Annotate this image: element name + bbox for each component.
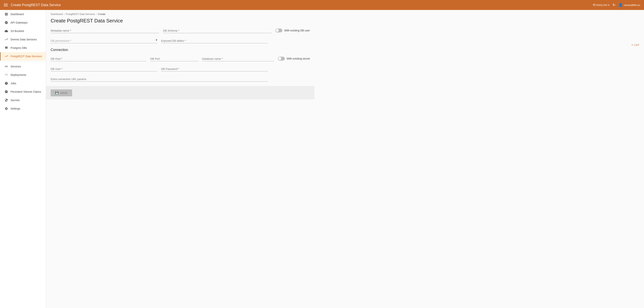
sidebar-label-pvc: Persistent Volume Claims [10,90,41,93]
breadcrumb-sep-2: / [96,13,97,15]
deployments-icon [4,73,8,77]
sidebar-label-dremio: Dremio Data Services [10,38,37,41]
form-container: With existing DB user DB permissions * ▾… [46,28,314,308]
list-button[interactable]: ≡ LIST [632,43,640,46]
existing-secret-toggle-group: With existing secret [278,57,310,61]
existing-secret-label: With existing secret [287,57,310,60]
database-name-field [202,56,274,61]
db-permissions-wrapper: DB permissions * ▾ [51,38,157,43]
form-row-1: With existing DB user [51,28,310,33]
db-password-input[interactable] [161,66,268,71]
content-header-wrapper: Dashboard / PostgREST Data Services / Cr… [46,10,644,28]
db-password-field [161,66,268,71]
db-host-input[interactable] [51,56,146,61]
svg-rect-3 [6,14,8,15]
db-port-field [150,56,198,61]
sidebar-item-dashboard[interactable]: Dashboard [0,10,46,18]
connection-heading: Connection [51,48,310,52]
existing-db-user-toggle[interactable] [276,28,282,32]
header-right: ⟲ ENGLISH ▾ ↻ 👤 raman@fbk.eu [592,3,640,7]
db-permissions-select[interactable]: DB permissions * [51,38,157,43]
content-area: Dashboard / PostgREST Data Services / Cr… [46,10,644,308]
sidebar-label-postgres-dbs: Postgres DBs [10,46,27,49]
sidebar-label-jobs: Jobs [10,82,16,85]
settings-icon [4,107,8,111]
sidebar-item-pvc[interactable]: Persistent Volume Claims [0,88,46,96]
sidebar-item-services[interactable]: Services [0,62,46,71]
page-title: Create PostgREST Data Service [46,15,644,28]
save-icon: 💾 [55,91,59,94]
svg-rect-0 [5,13,6,14]
breadcrumb-dashboard[interactable]: Dashboard [51,13,63,15]
list-button-label: LIST [634,43,640,46]
sidebar-item-postgres-dbs[interactable]: Postgres DBs [0,44,46,52]
sidebar-item-s3-buckets[interactable]: S3 Buckets [0,27,46,35]
breadcrumb-postgrest[interactable]: PostgREST Data Services [66,13,95,15]
sidebar-label-services: Services [10,65,21,68]
postgres-icon [4,46,8,50]
extra-connection-url-field [51,76,268,82]
header-title: Create PostgREST Data Service [11,3,61,7]
sidebar-item-secrets[interactable]: Secrets [0,96,46,104]
sidebar-label-api-gateways: API Gateways [10,21,28,24]
existing-secret-toggle[interactable] [278,57,285,61]
language-label: ENGLISH [596,4,607,6]
form-row-3: With existing secret [51,56,310,61]
app-header: Create PostgREST Data Service ⟲ ENGLISH … [0,0,644,10]
db-schema-input[interactable] [163,28,272,33]
db-port-input[interactable] [150,56,198,61]
extra-connection-url-input[interactable] [51,76,268,82]
form-row-5 [51,76,310,82]
sidebar-item-postgrest-data-services[interactable]: PostgREST Data Services [0,52,46,61]
account-icon: 👤 [618,3,623,7]
exposed-db-tables-field [161,38,268,43]
db-user-field [51,66,157,71]
db-host-field [51,56,146,61]
form-row-4 [51,66,310,71]
save-button-label: SAVE [60,91,68,94]
sidebar-item-api-gateways[interactable]: API Gateways [0,18,46,27]
user-menu[interactable]: 👤 raman@fbk.eu [618,3,640,7]
sidebar-label-secrets: Secrets [10,99,20,102]
breadcrumb-sep-1: / [64,13,65,15]
pvc-icon [4,90,8,94]
translate-icon: ⟲ [592,3,596,7]
list-icon: ≡ [632,43,633,46]
refresh-icon[interactable]: ↻ [612,3,616,7]
exposed-db-tables-input[interactable] [161,38,268,43]
services-icon [4,65,8,68]
form-row-2: DB permissions * ▾ .form-field .select-w… [51,38,310,43]
save-section: 💾 SAVE [46,86,314,99]
dremio-icon [4,37,8,41]
sidebar-label-s3-buckets: S3 Buckets [10,29,24,32]
main-layout: Dashboard API Gateways S3 Buckets Dremio… [0,10,644,308]
save-button[interactable]: 💾 SAVE [51,89,72,96]
sidebar-label-dashboard: Dashboard [10,13,24,16]
bucket-icon [4,29,8,33]
sidebar-item-deployments[interactable]: Deployments [0,71,46,79]
sidebar-label-settings: Settings [10,107,20,110]
sidebar-item-jobs[interactable]: Jobs [0,79,46,88]
db-user-input[interactable] [51,66,157,71]
jobs-icon [4,81,8,85]
secrets-icon [4,98,8,102]
hamburger-icon[interactable] [4,4,8,6]
sidebar-item-dremio[interactable]: Dremio Data Services [0,35,46,44]
metadata-name-input[interactable] [51,28,159,33]
database-name-input[interactable] [202,56,274,61]
sidebar-label-deployments: Deployments [10,73,26,76]
svg-rect-1 [6,13,8,14]
breadcrumb: Dashboard / PostgREST Data Services / Cr… [46,10,644,15]
db-schema-field [163,28,272,33]
api-icon [4,21,8,24]
sidebar-item-settings[interactable]: Settings [0,104,46,113]
dashboard-icon [4,12,8,16]
sidebar: Dashboard API Gateways S3 Buckets Dremio… [0,10,46,308]
existing-db-user-toggle-group: With existing DB user [276,28,310,33]
existing-db-user-label: With existing DB user [284,29,310,32]
sidebar-label-postgrest-data-services: PostgREST Data Services [10,55,42,58]
language-selector[interactable]: ⟲ ENGLISH ▾ [592,3,609,7]
header-left: Create PostgREST Data Service [4,3,61,7]
postgrest-icon [4,54,8,58]
breadcrumb-current: Create [98,13,106,15]
